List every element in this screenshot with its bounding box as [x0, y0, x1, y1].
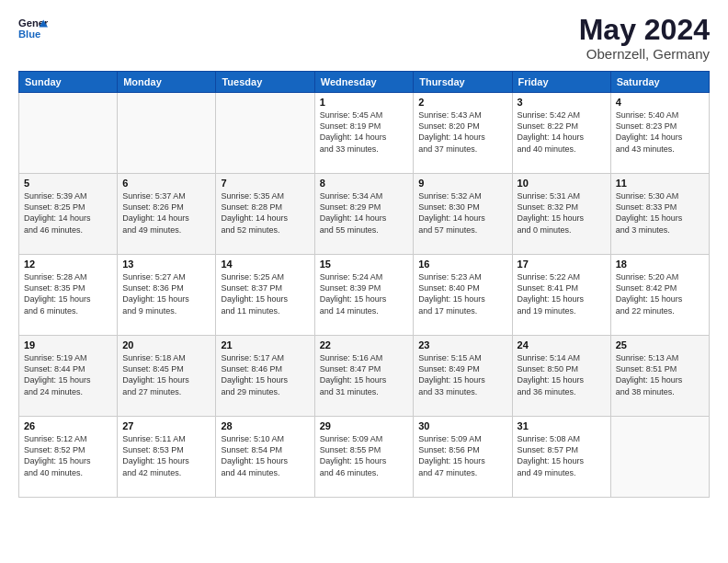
weekday-header-thursday: Thursday	[414, 72, 512, 93]
day-info: Sunrise: 5:12 AM Sunset: 8:52 PM Dayligh…	[24, 433, 112, 478]
day-number: 29	[320, 420, 409, 431]
calendar-week-row: 19Sunrise: 5:19 AM Sunset: 8:44 PM Dayli…	[19, 336, 710, 417]
day-info: Sunrise: 5:25 AM Sunset: 8:37 PM Dayligh…	[221, 271, 309, 316]
day-number: 15	[320, 259, 409, 270]
day-number: 5	[24, 178, 112, 189]
day-number: 18	[616, 259, 704, 270]
calendar-cell: 26Sunrise: 5:12 AM Sunset: 8:52 PM Dayli…	[19, 417, 118, 498]
day-info: Sunrise: 5:31 AM Sunset: 8:32 PM Dayligh…	[518, 190, 606, 236]
day-info: Sunrise: 5:30 AM Sunset: 8:33 PM Dayligh…	[616, 190, 704, 236]
day-info: Sunrise: 5:40 AM Sunset: 8:23 PM Dayligh…	[616, 109, 704, 155]
day-info: Sunrise: 5:34 AM Sunset: 8:29 PM Dayligh…	[320, 190, 409, 236]
day-number: 8	[320, 178, 409, 189]
day-number: 14	[221, 259, 309, 270]
day-info: Sunrise: 5:15 AM Sunset: 8:49 PM Dayligh…	[418, 352, 506, 397]
calendar-cell: 31Sunrise: 5:08 AM Sunset: 8:57 PM Dayli…	[512, 417, 610, 498]
calendar-cell: 8Sunrise: 5:34 AM Sunset: 8:29 PM Daylig…	[314, 174, 414, 255]
day-info: Sunrise: 5:32 AM Sunset: 8:30 PM Dayligh…	[418, 190, 506, 236]
day-number: 16	[418, 259, 506, 270]
weekday-header-row: SundayMondayTuesdayWednesdayThursdayFrid…	[19, 72, 710, 93]
calendar-cell: 6Sunrise: 5:37 AM Sunset: 8:26 PM Daylig…	[118, 174, 216, 255]
calendar-cell: 14Sunrise: 5:25 AM Sunset: 8:37 PM Dayli…	[216, 255, 314, 336]
weekday-header-tuesday: Tuesday	[216, 72, 314, 93]
day-info: Sunrise: 5:09 AM Sunset: 8:56 PM Dayligh…	[418, 433, 506, 478]
day-number: 20	[122, 339, 210, 350]
calendar-cell: 3Sunrise: 5:42 AM Sunset: 8:22 PM Daylig…	[512, 93, 610, 174]
calendar-cell: 4Sunrise: 5:40 AM Sunset: 8:23 PM Daylig…	[610, 93, 709, 174]
day-info: Sunrise: 5:19 AM Sunset: 8:44 PM Dayligh…	[24, 352, 112, 397]
weekday-header-monday: Monday	[118, 72, 216, 93]
calendar-cell: 28Sunrise: 5:10 AM Sunset: 8:54 PM Dayli…	[216, 417, 314, 498]
day-number: 24	[518, 339, 606, 350]
calendar-cell: 10Sunrise: 5:31 AM Sunset: 8:32 PM Dayli…	[512, 174, 610, 255]
header: General Blue May 2024 Obernzell, Germany	[18, 14, 710, 62]
day-number: 13	[122, 259, 210, 270]
day-number: 21	[221, 339, 309, 350]
day-info: Sunrise: 5:23 AM Sunset: 8:40 PM Dayligh…	[418, 271, 506, 316]
day-info: Sunrise: 5:09 AM Sunset: 8:55 PM Dayligh…	[320, 433, 409, 478]
day-number: 1	[320, 97, 409, 108]
day-info: Sunrise: 5:42 AM Sunset: 8:22 PM Dayligh…	[518, 109, 606, 155]
day-info: Sunrise: 5:14 AM Sunset: 8:50 PM Dayligh…	[518, 352, 606, 397]
day-number: 26	[24, 420, 112, 431]
calendar-cell	[19, 93, 118, 174]
weekday-header-saturday: Saturday	[610, 72, 709, 93]
location: Obernzell, Germany	[579, 46, 710, 62]
calendar-cell: 18Sunrise: 5:20 AM Sunset: 8:42 PM Dayli…	[610, 255, 709, 336]
day-info: Sunrise: 5:37 AM Sunset: 8:26 PM Dayligh…	[122, 190, 210, 236]
calendar-week-row: 5Sunrise: 5:39 AM Sunset: 8:25 PM Daylig…	[19, 174, 710, 255]
logo-icon: General Blue	[18, 14, 48, 43]
day-number: 28	[221, 420, 309, 431]
day-info: Sunrise: 5:45 AM Sunset: 8:19 PM Dayligh…	[320, 109, 409, 155]
day-info: Sunrise: 5:22 AM Sunset: 8:41 PM Dayligh…	[518, 271, 606, 316]
calendar-cell: 12Sunrise: 5:28 AM Sunset: 8:35 PM Dayli…	[19, 255, 118, 336]
day-number: 19	[24, 339, 112, 350]
page: General Blue May 2024 Obernzell, Germany…	[0, 0, 728, 563]
weekday-header-friday: Friday	[512, 72, 610, 93]
weekday-header-wednesday: Wednesday	[314, 72, 414, 93]
calendar-cell: 16Sunrise: 5:23 AM Sunset: 8:40 PM Dayli…	[414, 255, 512, 336]
calendar-cell: 20Sunrise: 5:18 AM Sunset: 8:45 PM Dayli…	[118, 336, 216, 417]
calendar-cell: 15Sunrise: 5:24 AM Sunset: 8:39 PM Dayli…	[314, 255, 414, 336]
calendar-cell: 9Sunrise: 5:32 AM Sunset: 8:30 PM Daylig…	[414, 174, 512, 255]
day-info: Sunrise: 5:18 AM Sunset: 8:45 PM Dayligh…	[122, 352, 210, 397]
day-info: Sunrise: 5:28 AM Sunset: 8:35 PM Dayligh…	[24, 271, 112, 316]
day-info: Sunrise: 5:10 AM Sunset: 8:54 PM Dayligh…	[221, 433, 309, 478]
day-info: Sunrise: 5:24 AM Sunset: 8:39 PM Dayligh…	[320, 271, 409, 316]
day-number: 7	[221, 178, 309, 189]
day-info: Sunrise: 5:16 AM Sunset: 8:47 PM Dayligh…	[320, 352, 409, 397]
calendar-cell	[118, 93, 216, 174]
weekday-header-sunday: Sunday	[19, 72, 118, 93]
day-number: 22	[320, 339, 409, 350]
calendar-week-row: 1Sunrise: 5:45 AM Sunset: 8:19 PM Daylig…	[19, 93, 710, 174]
day-number: 30	[418, 420, 506, 431]
logo: General Blue	[18, 14, 48, 43]
day-info: Sunrise: 5:43 AM Sunset: 8:20 PM Dayligh…	[418, 109, 506, 155]
title-block: May 2024 Obernzell, Germany	[579, 14, 710, 62]
calendar-cell: 21Sunrise: 5:17 AM Sunset: 8:46 PM Dayli…	[216, 336, 314, 417]
day-number: 25	[616, 339, 704, 350]
calendar-cell: 22Sunrise: 5:16 AM Sunset: 8:47 PM Dayli…	[314, 336, 414, 417]
day-info: Sunrise: 5:08 AM Sunset: 8:57 PM Dayligh…	[518, 433, 606, 478]
day-number: 6	[122, 178, 210, 189]
calendar-cell: 25Sunrise: 5:13 AM Sunset: 8:51 PM Dayli…	[610, 336, 709, 417]
day-info: Sunrise: 5:27 AM Sunset: 8:36 PM Dayligh…	[122, 271, 210, 316]
day-number: 2	[418, 97, 506, 108]
calendar-cell: 1Sunrise: 5:45 AM Sunset: 8:19 PM Daylig…	[314, 93, 414, 174]
calendar-cell: 5Sunrise: 5:39 AM Sunset: 8:25 PM Daylig…	[19, 174, 118, 255]
calendar-cell: 27Sunrise: 5:11 AM Sunset: 8:53 PM Dayli…	[118, 417, 216, 498]
svg-text:Blue: Blue	[18, 29, 40, 40]
calendar-cell: 13Sunrise: 5:27 AM Sunset: 8:36 PM Dayli…	[118, 255, 216, 336]
calendar-cell: 17Sunrise: 5:22 AM Sunset: 8:41 PM Dayli…	[512, 255, 610, 336]
day-info: Sunrise: 5:17 AM Sunset: 8:46 PM Dayligh…	[221, 352, 309, 397]
calendar-cell: 2Sunrise: 5:43 AM Sunset: 8:20 PM Daylig…	[414, 93, 512, 174]
calendar-cell: 23Sunrise: 5:15 AM Sunset: 8:49 PM Dayli…	[414, 336, 512, 417]
day-info: Sunrise: 5:35 AM Sunset: 8:28 PM Dayligh…	[221, 190, 309, 236]
calendar-week-row: 12Sunrise: 5:28 AM Sunset: 8:35 PM Dayli…	[19, 255, 710, 336]
day-info: Sunrise: 5:20 AM Sunset: 8:42 PM Dayligh…	[616, 271, 704, 316]
day-number: 4	[616, 97, 704, 108]
calendar-cell: 29Sunrise: 5:09 AM Sunset: 8:55 PM Dayli…	[314, 417, 414, 498]
calendar-cell: 7Sunrise: 5:35 AM Sunset: 8:28 PM Daylig…	[216, 174, 314, 255]
calendar-cell: 19Sunrise: 5:19 AM Sunset: 8:44 PM Dayli…	[19, 336, 118, 417]
day-number: 9	[418, 178, 506, 189]
